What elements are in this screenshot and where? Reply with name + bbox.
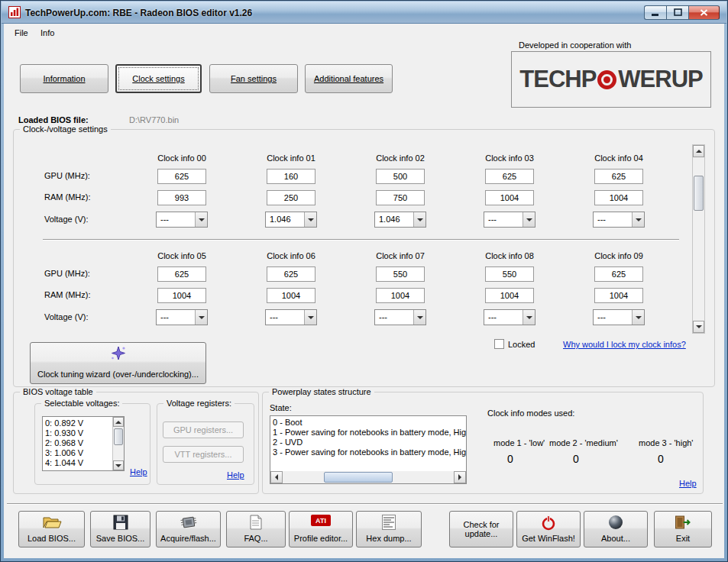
voltages-listbox[interactable]: 0: 0.892 V 1: 0.930 V 2: 0.968 V 3: 1.00…: [42, 416, 125, 471]
list-item[interactable]: 1 - Power saving for notebooks in batter…: [270, 428, 466, 438]
scroll-thumb[interactable]: [324, 472, 393, 483]
scroll-up-button[interactable]: [693, 145, 704, 157]
get-winflash-button[interactable]: Get WinFlash!: [516, 511, 581, 547]
scroll-thumb[interactable]: [114, 428, 123, 445]
minimize-button[interactable]: [644, 5, 666, 20]
chevron-down-icon[interactable]: [195, 310, 207, 325]
voltage-combobox[interactable]: ---: [156, 212, 208, 228]
mode-2-value: 0: [573, 453, 579, 465]
load-bios-button[interactable]: Load BIOS...: [18, 511, 85, 547]
list-item[interactable]: 3 - Power saving for notebooks in batter…: [270, 447, 466, 457]
ram-mhz-input[interactable]: [157, 190, 206, 205]
scroll-down-button[interactable]: [113, 460, 124, 470]
tab-additional-features[interactable]: Additional features: [305, 64, 393, 93]
gpu-mhz-input[interactable]: [376, 266, 425, 282]
list-item[interactable]: 0 - Boot: [270, 418, 466, 428]
about-button[interactable]: About...: [584, 511, 648, 547]
ram-mhz-input[interactable]: [485, 190, 534, 205]
scroll-thumb[interactable]: [694, 176, 704, 211]
scroll-down-button[interactable]: [693, 321, 704, 333]
chevron-down-icon[interactable]: [632, 212, 644, 227]
acquire-flash-button[interactable]: Acquire/flash...: [156, 511, 221, 547]
profile-editor-button[interactable]: ATI Profile editor...: [289, 511, 353, 547]
modes-used-title: Clock info modes used:: [487, 409, 574, 418]
voltage-combobox[interactable]: ---: [593, 212, 645, 228]
gpu-mhz-input[interactable]: [157, 266, 206, 282]
ram-mhz-input[interactable]: [267, 288, 315, 303]
chevron-down-icon[interactable]: [413, 212, 425, 227]
ram-mhz-input[interactable]: [376, 288, 425, 303]
gpu-mhz-input[interactable]: [485, 266, 534, 282]
scroll-right-button[interactable]: [454, 471, 466, 483]
voltage-combobox[interactable]: ---: [484, 212, 535, 228]
voltage-combobox[interactable]: ---: [374, 309, 426, 325]
exit-button[interactable]: Exit: [654, 511, 712, 547]
registers-help-link[interactable]: Help: [227, 470, 244, 480]
voltage-value: ---: [597, 215, 606, 224]
voltage-combobox[interactable]: ---: [593, 309, 645, 325]
hex-dump-button[interactable]: Hex dump...: [356, 511, 422, 547]
ram-mhz-input[interactable]: [376, 190, 425, 205]
powerplay-help-link[interactable]: Help: [679, 479, 697, 488]
chevron-down-icon[interactable]: [195, 212, 207, 227]
chevron-down-icon[interactable]: [413, 310, 425, 325]
tab-fan-settings[interactable]: Fan settings: [209, 64, 298, 93]
check-update-button[interactable]: Check for update...: [449, 511, 513, 547]
menu-item-file[interactable]: File: [10, 27, 33, 40]
tab-information[interactable]: Information: [20, 64, 108, 93]
chevron-down-icon[interactable]: [304, 212, 316, 227]
voltage-value: ---: [160, 312, 169, 321]
chevron-down-icon[interactable]: [523, 310, 535, 325]
voltage-combobox[interactable]: 1.046: [374, 212, 426, 228]
clock-column: Clock info 01 1.046: [249, 153, 333, 228]
gpu-mhz-input[interactable]: [594, 169, 643, 184]
voltages-scrollbar[interactable]: [112, 417, 124, 470]
wizard-button-label: Clock tuning wizard (over-/underclocking…: [31, 370, 205, 379]
clock-info-header: Clock info 09: [577, 251, 661, 262]
gpu-mhz-input[interactable]: [376, 169, 425, 184]
faq-button[interactable]: FAQ...: [226, 511, 286, 547]
chevron-down-icon[interactable]: [523, 212, 535, 227]
locked-checkbox[interactable]: [494, 339, 504, 349]
vtt-registers-button[interactable]: VTT registers...: [163, 446, 244, 463]
clock-column: Clock info 09 ---: [577, 251, 661, 325]
tab-clock-settings[interactable]: Clock settings: [115, 64, 202, 93]
gpu-registers-button[interactable]: GPU registers...: [163, 422, 244, 438]
gpu-mhz-input[interactable]: [267, 169, 315, 184]
row-label-voltage: Voltage (V):: [44, 215, 88, 224]
ram-mhz-input[interactable]: [157, 288, 206, 303]
gpu-mhz-input[interactable]: [157, 169, 206, 184]
svg-text:ATI: ATI: [315, 517, 326, 525]
chevron-down-icon[interactable]: [632, 310, 644, 325]
menu-item-info[interactable]: Info: [36, 27, 59, 40]
maximize-button[interactable]: [666, 5, 688, 20]
voltage-combobox[interactable]: ---: [484, 309, 535, 325]
ram-mhz-input[interactable]: [267, 190, 315, 205]
gpu-mhz-input[interactable]: [594, 266, 643, 282]
states-listbox[interactable]: 0 - Boot 1 - Power saving for notebooks …: [270, 415, 467, 484]
voltage-combobox[interactable]: ---: [156, 309, 208, 325]
gpu-mhz-input[interactable]: [267, 266, 315, 282]
close-button[interactable]: [688, 5, 720, 20]
ram-mhz-input[interactable]: [485, 288, 534, 303]
voltages-help-link[interactable]: Help: [130, 467, 147, 476]
scroll-up-button[interactable]: [113, 417, 124, 427]
ram-mhz-input[interactable]: [594, 288, 643, 303]
application-window: TechPowerUp.com: RBE - Radeon BIOS edito…: [0, 0, 728, 562]
chevron-down-icon[interactable]: [304, 310, 316, 325]
ram-mhz-input[interactable]: [594, 190, 643, 205]
chevron-down-icon: [115, 464, 121, 467]
title-bar[interactable]: TechPowerUp.com: RBE - Radeon BIOS edito…: [2, 2, 726, 24]
gpu-mhz-input[interactable]: [485, 169, 534, 184]
save-bios-button[interactable]: Save BIOS...: [90, 511, 150, 547]
voltage-combobox[interactable]: ---: [265, 309, 317, 325]
voltage-value: ---: [488, 312, 497, 321]
states-hscrollbar[interactable]: [270, 471, 466, 483]
lock-info-link[interactable]: Why would I lock my clock infos?: [563, 340, 686, 349]
list-item[interactable]: 2 - UVD: [270, 438, 466, 447]
clock-wizard-button[interactable]: Clock tuning wizard (over-/underclocking…: [30, 342, 206, 384]
minimize-icon: [652, 8, 659, 18]
clock-scrollbar[interactable]: [692, 144, 705, 334]
scroll-left-button[interactable]: [270, 471, 283, 483]
voltage-combobox[interactable]: 1.046: [265, 212, 317, 228]
